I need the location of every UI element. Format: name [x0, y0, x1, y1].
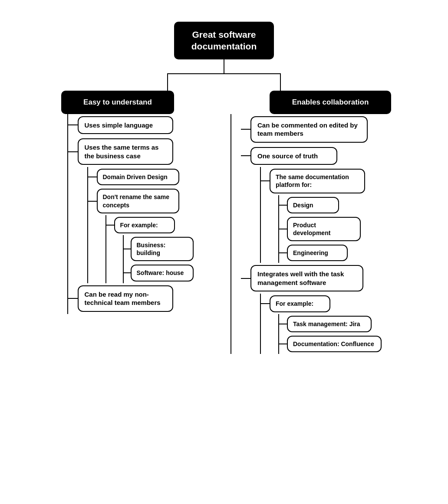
for-example-hline [106, 225, 114, 226]
left-child-2-sub: Domain Driven Design Don't rename the sa… [87, 167, 194, 283]
left-child-1-hline [68, 124, 78, 125]
left-child-2-hline [68, 151, 78, 152]
confluence-box: Documentation: Confluence [287, 336, 382, 352]
left-child-3-box: Can be read my non-technical team member… [78, 285, 173, 312]
left-child-3-row: Can be read my non-technical team member… [68, 283, 194, 314]
right-child-3-box: Integrates well with the task management… [250, 265, 363, 291]
sub-rename-container: Don't rename the same concepts [88, 187, 194, 283]
right-branch: Enables collaboration Can be commented o… [231, 91, 430, 354]
for-example-row: For example: [106, 215, 194, 235]
engineering-row: Engineering [279, 243, 361, 263]
same-platform-container: The same documentation platform for: [261, 167, 365, 263]
left-child-2-container: Uses the same terms as the business case… [68, 136, 194, 283]
right-examples-sub: Task management: Jira Documentation: Con… [278, 314, 382, 354]
sub-ddd-hline [88, 177, 97, 177]
left-drop-line [167, 73, 168, 91]
biz-box: Business: building [131, 237, 194, 261]
same-platform-row: The same documentation platform for: [261, 167, 365, 195]
sub-ddd-box: Domain Driven Design [97, 169, 179, 185]
sub-rename-hline [88, 201, 97, 202]
right-child-2-sub-list: The same documentation platform for: [261, 167, 365, 263]
sub-ddd-row: Domain Driven Design [88, 167, 194, 187]
left-child-3-hline [68, 298, 78, 299]
left-child-2-box: Uses the same terms as the business case [78, 138, 173, 165]
examples-sub-list: Business: building Software: house [124, 235, 194, 283]
right-child-3-row: Integrates well with the task management… [241, 263, 382, 294]
right-child-3-sub-list: For example: Task management: [261, 294, 382, 354]
biz-row: Business: building [124, 235, 194, 263]
right-drop-line [280, 73, 281, 91]
right-child-3-hline [241, 278, 250, 279]
right-child-2-container: One source of truth The same document [241, 145, 382, 263]
product-hline [279, 229, 287, 229]
right-child-1-row: Can be commented on edited by team membe… [241, 114, 382, 145]
left-child-1-row: Uses simple language [68, 114, 194, 137]
branch-connector [111, 73, 337, 91]
left-branch-node: Easy to understand [61, 91, 174, 114]
root-node: Great software documentation [174, 22, 274, 59]
examples-sub: Business: building Software: house [123, 235, 194, 283]
left-child-2-sub-list: Domain Driven Design Don't rename the sa… [88, 167, 194, 283]
right-child-1-hline [241, 129, 250, 130]
sub-rename-box: Don't rename the same concepts [97, 189, 179, 213]
right-child-2-box: One source of truth [250, 147, 337, 165]
right-for-example-hline [261, 303, 270, 304]
right-children-wrapper: Can be commented on edited by team membe… [231, 114, 430, 354]
mind-map: Great software documentation Easy to und… [4, 13, 444, 363]
sub-rename-sub: For example: [105, 215, 194, 283]
right-child-1-box: Can be commented on edited by team membe… [250, 116, 368, 143]
left-branch: Easy to understand Uses simple language [18, 91, 217, 314]
confluence-row: Documentation: Confluence [279, 334, 382, 354]
horizontal-connector-line [168, 73, 280, 74]
design-hline [279, 205, 287, 206]
right-child-2-hline [241, 155, 250, 156]
design-row: Design [279, 195, 361, 215]
right-child-2-row: One source of truth [241, 145, 382, 167]
right-child-2-sub: The same documentation platform for: [260, 167, 382, 263]
engineering-hline [279, 252, 287, 253]
right-for-example-container: For example: Task management: [261, 294, 382, 354]
same-platform-box: The same documentation platform for: [270, 169, 365, 193]
right-drop [224, 73, 337, 91]
left-children-wrapper: Uses simple language Uses the same terms… [18, 114, 217, 314]
sw-row: Software: house [124, 263, 194, 283]
left-drop [111, 73, 224, 91]
jira-hline [279, 324, 287, 324]
product-row: Product development [279, 215, 361, 243]
for-example-container: For example: [106, 215, 194, 283]
sub-rename-row: Don't rename the same concepts [88, 187, 194, 215]
sw-box: Software: house [131, 265, 194, 281]
left-child-2-row: Uses the same terms as the business case [68, 136, 194, 167]
jira-box: Task management: Jira [287, 316, 372, 332]
right-branch-node: Enables collaboration [270, 91, 391, 114]
product-box: Product development [287, 217, 361, 241]
for-example-box: For example: [114, 217, 175, 233]
platform-items-sub: Design Product development [278, 195, 365, 263]
right-for-example-box: For example: [270, 295, 330, 312]
right-vline-col [231, 114, 241, 354]
same-platform-hline [261, 180, 270, 181]
jira-row: Task management: Jira [279, 314, 382, 334]
root-node-container: Great software documentation [174, 22, 274, 73]
right-child-3-sub: For example: Task management: [260, 294, 382, 354]
right-for-example-row: For example: [261, 294, 382, 314]
design-box: Design [287, 197, 339, 213]
sw-hline [124, 272, 131, 273]
right-child-list: Can be commented on edited by team membe… [241, 114, 382, 354]
left-vline-col [42, 114, 68, 314]
right-child-3-container: Integrates well with the task management… [241, 263, 382, 354]
root-stem [224, 59, 224, 73]
sub-rename-sub-list: For example: [106, 215, 194, 283]
left-child-list: Uses simple language Uses the same terms… [68, 114, 194, 314]
confluence-hline [279, 344, 287, 344]
engineering-box: Engineering [287, 245, 348, 261]
branches-row: Easy to understand Uses simple language [13, 91, 435, 354]
right-examples-sub-list: Task management: Jira Documentation: Con… [279, 314, 382, 354]
right-vline [231, 114, 231, 354]
platform-items-list: Design Product development [279, 195, 361, 263]
biz-hline [124, 249, 131, 249]
left-child-1-box: Uses simple language [78, 116, 173, 134]
